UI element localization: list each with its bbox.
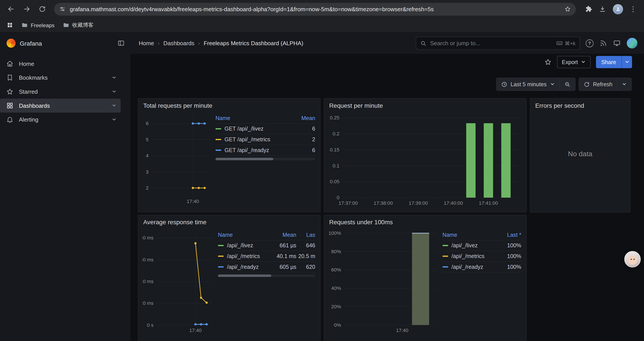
svg-text:0: 0 <box>337 195 340 200</box>
legend-table: Name Mean GET /api/_/livez 6 GET /api/_/… <box>216 113 315 207</box>
avg-response-chart[interactable]: 0 s20 ms40 ms60 ms80 ms17:40 <box>142 226 215 336</box>
refresh-button[interactable]: Refresh <box>579 78 617 90</box>
panel-errors-per-second: Errors per second No data <box>530 98 630 213</box>
series-name[interactable]: GET /api/_/livez <box>224 126 294 132</box>
svg-text:20%: 20% <box>331 304 341 309</box>
topnav-icons: ? <box>586 38 644 49</box>
time-range-picker[interactable]: Last 5 minutes <box>497 78 560 90</box>
svg-text:80%: 80% <box>331 249 341 254</box>
user-avatar[interactable] <box>627 38 638 49</box>
legend-header-name[interactable]: Name <box>218 232 272 238</box>
share-button[interactable]: Share <box>596 56 622 68</box>
svg-text:0.25: 0.25 <box>330 115 340 121</box>
series-name[interactable]: 2xx <box>342 212 350 212</box>
panel-requests-under-100ms: Requests under 100ms 0%20%40%60%80%100%1… <box>324 215 526 341</box>
browser-profile-avatar[interactable] <box>613 4 623 14</box>
svg-text:17:40: 17:40 <box>396 327 408 333</box>
series-name[interactable]: /api/_/livez <box>227 242 272 249</box>
legend-header-name[interactable]: Name <box>442 232 498 238</box>
scrollbar-thumb[interactable] <box>218 274 271 277</box>
search-icon <box>420 40 426 46</box>
breadcrumb-dashboards[interactable]: Dashboards <box>163 40 194 47</box>
apps-grid-icon[interactable] <box>6 22 13 28</box>
chevron-down-icon[interactable] <box>112 75 116 80</box>
assistant-avatar[interactable] <box>624 251 641 267</box>
monitor-icon[interactable] <box>613 40 621 47</box>
extensions-icon[interactable] <box>585 5 592 13</box>
panel-title[interactable]: Requests under 100ms <box>324 215 526 226</box>
sidebar-item-starred[interactable]: Starred <box>0 85 121 99</box>
bookmarks-bar: Freeleaps 收藏博客 <box>0 18 644 33</box>
bookmark-star-icon[interactable] <box>564 6 571 12</box>
chevron-down-icon <box>581 60 586 65</box>
breadcrumb-home[interactable]: Home <box>139 40 154 47</box>
time-controls: Last 5 minutes Refresh <box>496 78 632 91</box>
legend-header-mean[interactable]: Mean <box>294 115 315 121</box>
help-icon[interactable]: ? <box>586 39 594 47</box>
sidebar-item-home[interactable]: Home <box>0 57 121 71</box>
svg-text:0.15: 0.15 <box>330 147 340 153</box>
series-name[interactable]: GET /api/_/metrics <box>224 137 294 143</box>
export-button[interactable]: Export <box>557 56 591 68</box>
panel-title[interactable]: Request per minute <box>324 99 526 110</box>
keyboard-icon <box>556 40 563 47</box>
bookmark-label: 收藏博客 <box>72 21 94 29</box>
svg-text:17:37:00: 17:37:00 <box>339 200 358 206</box>
sidebar-item-bookmarks[interactable]: Bookmarks <box>0 71 121 85</box>
share-menu-button[interactable] <box>622 56 632 68</box>
total-requests-chart[interactable]: 2345617:40 <box>142 110 212 207</box>
series-name[interactable]: /api/_/readyz <box>452 264 498 270</box>
reload-button[interactable] <box>35 2 49 16</box>
mega-menu-toggle[interactable] <box>118 40 125 47</box>
scrollbar-thumb[interactable] <box>216 158 273 160</box>
zoom-out-button[interactable] <box>560 78 575 90</box>
panel-title[interactable]: Total requests per minute <box>138 99 320 110</box>
favorite-dashboard-button[interactable] <box>544 58 552 66</box>
chevron-down-icon[interactable] <box>112 117 116 122</box>
time-range-group: Last 5 minutes <box>496 78 576 91</box>
under-100ms-chart[interactable]: 0%20%40%60%80%100%17:40 <box>328 226 439 336</box>
series-color-swatch <box>218 245 224 246</box>
download-icon[interactable] <box>599 5 606 13</box>
panel-title[interactable]: Average response time <box>138 215 320 226</box>
site-info-icon[interactable] <box>59 6 66 12</box>
series-color-swatch <box>442 245 448 246</box>
chevron-down-icon[interactable] <box>112 103 116 108</box>
bookmark-folder-blogs[interactable]: 收藏博客 <box>63 21 94 29</box>
sidebar-item-dashboards[interactable]: Dashboards <box>0 99 121 113</box>
svg-text:17:41:00: 17:41:00 <box>479 200 498 206</box>
back-button[interactable] <box>4 2 18 16</box>
series-name[interactable]: /api/_/livez <box>452 242 498 249</box>
series-name[interactable]: GET /api/_/readyz <box>224 147 294 153</box>
svg-text:0 s: 0 s <box>147 322 154 328</box>
forward-button[interactable] <box>20 2 34 16</box>
series-mean: 40.1 ms <box>272 253 296 259</box>
panel-title[interactable]: Errors per second <box>530 99 630 110</box>
legend-scrollbar[interactable] <box>216 158 315 160</box>
refresh-interval-button[interactable] <box>617 78 631 90</box>
legend-header-last[interactable]: Last * <box>498 232 521 238</box>
requests-per-minute-chart[interactable]: 00.050.10.150.20.2517:37:0017:38:0017:39… <box>327 110 523 208</box>
svg-text:6: 6 <box>146 121 148 126</box>
grafana-app: Grafana Home › Dashboards › Freeleaps Me… <box>0 33 644 341</box>
series-name[interactable]: /api/_/readyz <box>227 264 272 270</box>
breadcrumb-current: Freeleaps Metrics Dashboard (ALPHA) <box>204 40 303 47</box>
series-name[interactable]: /api/_/metrics <box>227 253 272 259</box>
search-input[interactable]: Search or jump to... ⌘+k <box>416 37 580 50</box>
browser-menu-icon[interactable]: ⋮ <box>630 6 636 13</box>
legend-row: /api/_/readyz 605 µs 620 <box>218 262 315 272</box>
bookmark-folder-freeleaps[interactable]: Freeleaps <box>21 22 54 28</box>
series-mean: 661 µs <box>272 242 296 249</box>
series-color-swatch <box>216 128 221 129</box>
sidebar-item-alerting[interactable]: Alerting <box>0 113 121 127</box>
chevron-down-icon[interactable] <box>112 89 116 94</box>
grafana-logo-icon[interactable] <box>6 39 16 48</box>
url-text: grafana.mathmast.com/d/deytv4rwavabkb/fr… <box>70 6 560 12</box>
legend-scrollbar[interactable] <box>218 274 315 277</box>
legend-header-mean[interactable]: Mean <box>272 232 296 238</box>
series-name[interactable]: /api/_/metrics <box>452 253 498 259</box>
legend-header-last[interactable]: Las <box>296 232 315 238</box>
legend-header-name[interactable]: Name <box>216 115 294 121</box>
news-rss-icon[interactable] <box>600 40 607 47</box>
url-bar[interactable]: grafana.mathmast.com/d/deytv4rwavabkb/fr… <box>54 3 576 15</box>
